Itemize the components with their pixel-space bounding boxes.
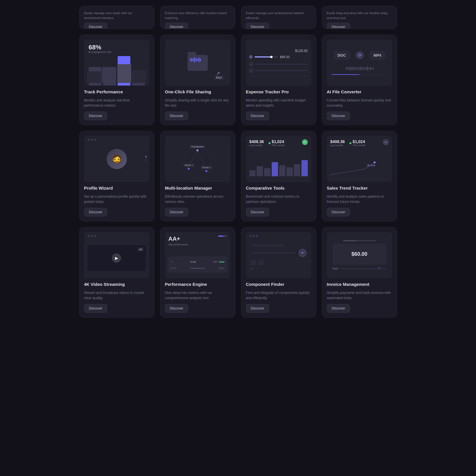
engagement-dot [89, 51, 90, 53]
stat-header-comparative: $408.36 Last month $1,024 This month [249, 139, 285, 147]
wd-v1 [88, 235, 90, 237]
folder-icon [188, 55, 208, 71]
discover-button-file[interactable]: Discover [165, 112, 188, 120]
wv11 [360, 66, 361, 71]
card-title-track: Track Performance [84, 89, 149, 94]
wv10 [358, 67, 359, 70]
stat-val-2: $1,024 [272, 139, 285, 144]
cb8 [301, 160, 308, 176]
convert-arrow-icon: ⟳ [356, 51, 364, 59]
partial-desc-2: Enhance your efficiency with location-ba… [165, 11, 230, 20]
wv4 [350, 66, 351, 71]
comp-icon-1 [251, 259, 256, 265]
sales-green-dot [349, 142, 351, 144]
preview-video: ▶ 4K [84, 232, 149, 278]
card-title-multi: Multi-location Manager [165, 186, 230, 190]
comp-line-1 [251, 244, 284, 247]
divider [249, 76, 308, 77]
metric-right-1: INP [213, 260, 224, 263]
metric-bar-1 [219, 262, 225, 262]
amount-1: $128.00 [295, 49, 308, 53]
svg-text:$1,024: $1,024 [367, 164, 375, 167]
preview-sales-trend: $408.36 Last month $1,024 This month + $… [327, 136, 392, 182]
stat-label-2: This month [272, 144, 285, 147]
preview-component: + ↗ [246, 232, 311, 278]
cb6 [286, 167, 293, 177]
discover-button-converter[interactable]: Discover [327, 112, 350, 120]
wv6 [353, 66, 353, 71]
amount-2: $88.00 [280, 55, 290, 59]
cursor-arrow: ↗ [251, 267, 307, 270]
invoice-amount-value: $60.00 [337, 248, 382, 260]
card-title-perf: Performance Engine [165, 282, 230, 287]
discover-button-multi[interactable]: Discover [165, 208, 188, 216]
wv15 [366, 67, 366, 70]
card-desc-converter: Convert files between formats quickly an… [327, 98, 392, 108]
sales-val-1: $408.36 [330, 139, 345, 144]
discover-button-partial-1[interactable]: Discover [84, 23, 108, 29]
wd-c3 [256, 235, 258, 237]
stat-label-1: Last month [249, 144, 264, 147]
card-desc-component: Find and integrate UI components quickly… [246, 290, 311, 301]
card-desc-comparative: Benchmark and contrast metrics to optimi… [246, 194, 311, 204]
discover-button-component[interactable]: Discover [246, 304, 269, 313]
card-invoice: $60.00 ↖ Paid Invoice Management Simplif… [322, 227, 397, 318]
discover-button-partial-4[interactable]: Discover [327, 23, 350, 29]
dot-indicator [249, 55, 252, 58]
svg-point-3 [374, 162, 375, 163]
wv5 [351, 67, 352, 70]
preview-ai-converter: DOC ⟳ MP4 [327, 40, 392, 86]
partial-desc-4: Easily drag-and-drop with our intuitive … [327, 11, 392, 20]
speed-val-1: 4 ms [188, 259, 198, 264]
metric-bar-2 [190, 268, 205, 269]
partial-card-2: Enhance your efficiency with location-ba… [160, 6, 235, 29]
comp-icons-row [251, 259, 307, 265]
card-desc-track: Monitor and analyze real-time performanc… [84, 98, 149, 108]
discover-button-invoice[interactable]: Discover [327, 304, 350, 313]
card-title-sales: Sales Trend Tracker [327, 186, 392, 190]
map-container: Headquarter Studio 1 Studio 2 [179, 140, 216, 178]
comparative-bars [249, 156, 308, 176]
discover-button-expense[interactable]: Discover [246, 112, 269, 120]
card-desc-profile: Set up a personalized profile quickly wi… [84, 194, 149, 204]
card-desc-invoice: Simplify payments and track invoices wit… [327, 290, 392, 301]
wv13 [363, 67, 364, 70]
wb2 [191, 58, 192, 62]
cursor-hand-icon: ↖ [378, 266, 381, 269]
speed-metrics: ↖ 4 ms INP 2.7 s 0.9 s [168, 256, 227, 273]
metric-2-label-r: 0.9 s [219, 267, 225, 270]
perf-sublabel: Site performance [168, 243, 188, 246]
preview-track-performance: 68% Engagement rate [84, 40, 149, 86]
dot-red [88, 139, 90, 141]
check-circle-icon: ✓ [302, 139, 308, 145]
check-1: ✓ [249, 62, 253, 66]
discover-button-perf[interactable]: Discover [165, 304, 188, 313]
window-dots [88, 139, 96, 141]
comp-window-dots [249, 235, 258, 237]
card-multi-location: Headquarter Studio 1 Studio 2 [160, 131, 235, 221]
card-ai-converter: DOC ⟳ MP4 [322, 35, 397, 125]
cb7 [294, 164, 300, 176]
discover-button-profile[interactable]: Discover [84, 208, 108, 216]
discover-button-video[interactable]: Discover [84, 304, 108, 313]
discover-button-partial-3[interactable]: Discover [246, 23, 269, 29]
card-video: ▶ 4K 4K Video Streaming Stream and broad… [79, 227, 154, 318]
card-track-performance: 68% Engagement rate Track Performance Mo… [79, 35, 154, 125]
wd-v2 [91, 235, 93, 237]
wv18 [370, 67, 371, 70]
format-doc: DOC [334, 51, 350, 60]
discover-button-comparative[interactable]: Discover [246, 208, 269, 216]
discover-button-partial-2[interactable]: Discover [165, 23, 188, 29]
stat-group-2: $1,024 This month [268, 139, 285, 147]
preview-invoice: $60.00 ↖ Paid [327, 232, 392, 278]
discover-button-sales[interactable]: Discover [327, 208, 350, 216]
progress-bar [331, 74, 388, 75]
discover-button-track[interactable]: Discover [84, 112, 108, 120]
preview-profile: 🧔 [84, 136, 149, 182]
nav-dot-2 [145, 158, 147, 160]
invoice-layout: $60.00 ↖ Paid [330, 238, 389, 273]
nav-dot-1 [145, 156, 147, 157]
card-comparative: $408.36 Last month $1,024 This month ✓ [241, 131, 316, 221]
connection-lines [179, 140, 216, 178]
preview-perf-engine: AA+ Site performance ↖ 4 ms INP [165, 232, 230, 278]
